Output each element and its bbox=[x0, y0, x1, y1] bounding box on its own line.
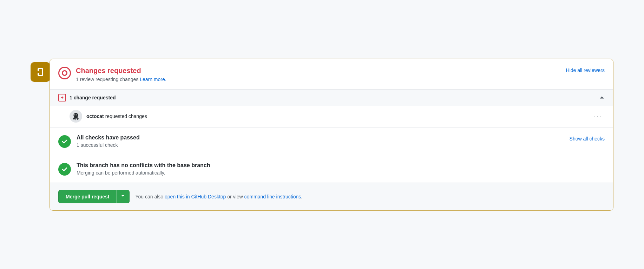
changes-requested-icon bbox=[58, 67, 71, 79]
header-left: Changes requested 1 review requesting ch… bbox=[58, 66, 166, 82]
chevron-up-icon bbox=[599, 95, 605, 100]
change-requested-section: + 1 change requested bbox=[50, 90, 613, 127]
svg-point-2 bbox=[74, 114, 75, 115]
git-icon bbox=[31, 62, 50, 82]
merge-dropdown-button[interactable] bbox=[116, 190, 130, 203]
changes-requested-subtitle: 1 review requesting changes Learn more. bbox=[76, 77, 166, 82]
checks-title: All checks have passed bbox=[77, 134, 140, 141]
no-conflicts-title: This branch has no conflicts with the ba… bbox=[77, 162, 210, 169]
main-card: Changes requested 1 review requesting ch… bbox=[50, 59, 613, 211]
reviewer-left: octocat requested changes bbox=[70, 110, 147, 123]
checks-section: All checks have passed 1 successful chec… bbox=[50, 127, 613, 155]
no-conflicts-section: This branch has no conflicts with the ba… bbox=[50, 155, 613, 183]
no-conflicts-icon bbox=[58, 163, 71, 176]
reviewer-avatar bbox=[70, 110, 82, 123]
merge-section: Merge pull request You can also open thi… bbox=[50, 183, 613, 210]
checks-subtitle: 1 successful check bbox=[77, 142, 140, 148]
change-requested-header-left: + 1 change requested bbox=[58, 94, 116, 101]
no-conflicts-subtitle: Merging can be performed automatically. bbox=[77, 170, 210, 176]
no-conflicts-text: This branch has no conflicts with the ba… bbox=[77, 162, 210, 176]
change-requested-count: 1 change requested bbox=[70, 95, 116, 100]
reviewer-row: octocat requested changes ··· bbox=[50, 106, 613, 127]
learn-more-link[interactable]: Learn more. bbox=[140, 77, 166, 82]
change-requested-header[interactable]: + 1 change requested bbox=[50, 90, 613, 106]
checks-passed-icon bbox=[58, 135, 71, 148]
file-change-icon: + bbox=[58, 94, 66, 101]
svg-point-3 bbox=[76, 114, 77, 115]
hide-all-reviewers-button[interactable]: Hide all reviewers bbox=[566, 66, 605, 74]
checks-text: All checks have passed 1 successful chec… bbox=[77, 134, 140, 148]
changes-requested-title: Changes requested bbox=[76, 66, 166, 75]
reviewer-options-button[interactable]: ··· bbox=[591, 111, 605, 121]
reviewer-name-text: octocat requested changes bbox=[86, 113, 147, 119]
merge-info-text: You can also open this in GitHub Desktop… bbox=[135, 194, 302, 199]
merge-pull-request-button[interactable]: Merge pull request bbox=[58, 190, 116, 203]
command-line-link[interactable]: command line instructions bbox=[244, 194, 301, 199]
card-header: Changes requested 1 review requesting ch… bbox=[50, 59, 613, 90]
checks-left: All checks have passed 1 successful chec… bbox=[58, 134, 140, 148]
merge-button-group: Merge pull request bbox=[58, 190, 130, 203]
open-desktop-link[interactable]: open this in GitHub Desktop bbox=[165, 194, 226, 199]
show-all-checks-button[interactable]: Show all checks bbox=[570, 134, 605, 143]
header-text: Changes requested 1 review requesting ch… bbox=[76, 66, 166, 82]
